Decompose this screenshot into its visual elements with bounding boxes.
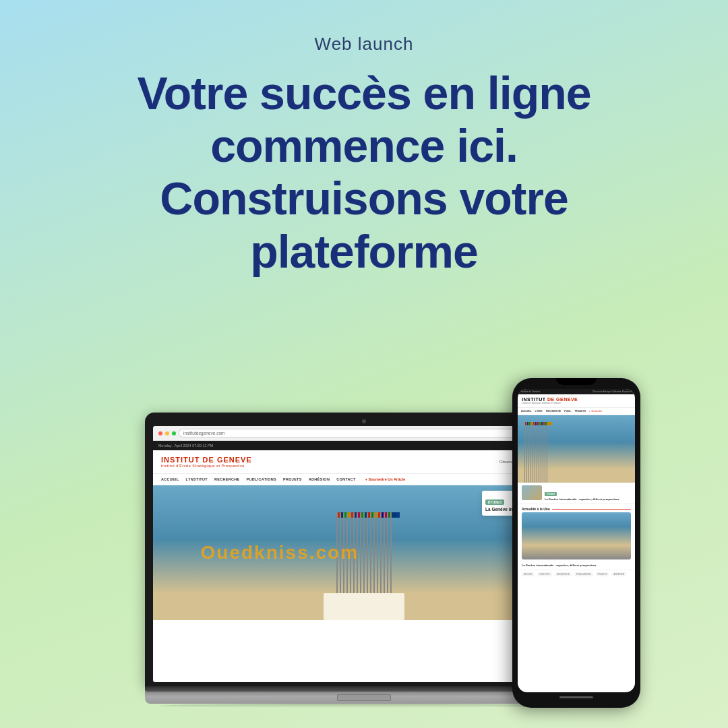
phone-tagline: Observer Anticiper Debattre Proposer — [522, 402, 631, 404]
site-logo-block: INSTITUT DE GENEVE Institut d'Étude Stra… — [161, 456, 252, 468]
devices-wrapper: institutdegeneve.com Monday , April 2024… — [88, 311, 640, 708]
phone-big-img-inner — [522, 512, 631, 559]
laptop-camera — [362, 419, 366, 423]
phone-bottom-tag-5: PROJETS — [596, 572, 609, 576]
headline-line1: Votre succès en ligne commence ici. — [40, 67, 688, 172]
phone-flag-12 — [547, 422, 547, 483]
phone-nav-accueil[interactable]: ACCUEIL — [521, 410, 532, 413]
phone-topbar-tagline: Observer Anticiper Debattre Proposer — [593, 390, 632, 393]
phone-nav-publications[interactable]: PUBL. — [564, 410, 572, 413]
laptop-shadow — [158, 704, 570, 708]
phone-bottom-tag-1: ACCUEIL — [522, 572, 535, 576]
nav-accueil[interactable]: ACCUEIL — [161, 477, 179, 481]
nav-adhesion[interactable]: ADHÉSION — [309, 477, 330, 481]
nav-contact[interactable]: CONTACT — [336, 477, 356, 481]
main-container: Web launch Votre succès en ligne commenc… — [0, 0, 728, 728]
logo-subtitle: Institut d'Étude Stratégique et Prospect… — [161, 464, 252, 468]
site-logo: INSTITUT DE GENEVE Institut d'Étude Stra… — [161, 456, 252, 468]
subtitle: Web launch — [315, 34, 414, 55]
logo-colored: DE GENEVE — [200, 456, 252, 464]
browser-dot-green — [172, 431, 176, 435]
phone-flag-4 — [530, 422, 531, 483]
phone-flag-5 — [533, 422, 533, 483]
logo-text: INSTITUT — [161, 456, 200, 464]
headline-line2: Construisons votre plateforme — [40, 172, 688, 277]
phone-nav-recherche[interactable]: RECHERCHE — [546, 410, 561, 413]
phone-nav: ACCUEIL L'INST. RECHERCHE PUBL. PROJETS … — [518, 408, 635, 415]
headline: Votre succès en ligne commence ici. Cons… — [40, 67, 688, 278]
watermark: Ouedkniss.com — [201, 542, 359, 564]
phone-bottom-tag-4: PUBLICATIONS — [574, 572, 593, 576]
topbar-date: Monday , April 2024 07:20:11 PM — [158, 444, 213, 448]
phone: Institut de Genève Observer Anticiper De… — [512, 378, 640, 708]
phone-article-img — [522, 485, 542, 500]
phone-flag-2 — [526, 422, 527, 483]
browser-dot-red — [158, 431, 162, 435]
phone-notch — [556, 378, 597, 385]
laptop-trackpad — [337, 694, 391, 701]
nav-cta[interactable]: + Soumettre Un Article — [365, 477, 405, 481]
nav-projets[interactable]: PROJETS — [283, 477, 302, 481]
phone-bottom-tag-6: ADHÉSION — [611, 572, 626, 576]
phone-screen: Institut de Genève Observer Anticiper De… — [518, 389, 635, 692]
phone-section-title: Actualité à la Une — [518, 504, 635, 512]
phone-article-item: ÉTUDES La Genève internationale - expert… — [518, 483, 635, 504]
phone-topbar-text: Institut de Genève — [521, 390, 540, 393]
phone-section-label: Actualité à la Une — [522, 507, 550, 511]
phone-flags — [518, 422, 635, 483]
phone-flag-3 — [528, 422, 529, 483]
phone-article-body: ÉTUDES La Genève internationale - expert… — [545, 485, 619, 501]
overlay-badge: ÉTUDES — [485, 499, 504, 505]
nav-publications[interactable]: PUBLICATIONS — [247, 477, 276, 481]
phone-flag-1 — [524, 422, 525, 483]
hero-building — [324, 593, 404, 620]
phone-section-line — [552, 509, 631, 510]
phone-big-image — [522, 512, 631, 559]
phone-nav-cta[interactable]: + Soumettre — [589, 410, 602, 413]
phone-hero — [518, 415, 635, 483]
nav-linstitut[interactable]: L'INSTITUT — [186, 477, 208, 481]
phone-nav-linstitut[interactable]: L'INST. — [535, 410, 543, 413]
phone-big-article-text: La Genève internationale - expertise, dé… — [518, 562, 635, 570]
phone-flag-6 — [535, 422, 535, 483]
phone-logo: INSTITUT DE GENEVE — [522, 397, 631, 402]
phone-flag-11 — [545, 422, 545, 483]
phone-home-indicator — [559, 696, 593, 698]
phone-flag-9 — [541, 422, 541, 483]
phone-nav-projets[interactable]: PROJETS — [575, 410, 586, 413]
phone-flag-8 — [539, 422, 539, 483]
phone-article-badge: ÉTUDES — [545, 492, 557, 496]
phone-flag-10 — [543, 422, 543, 483]
phone-flag-7 — [537, 422, 537, 483]
phone-bottom-tag-2: L'INSTITUT — [537, 572, 552, 576]
phone-topbar: Institut de Genève Observer Anticiper De… — [518, 389, 635, 394]
phone-site-header: INSTITUT DE GENEVE Observer Anticiper De… — [518, 394, 635, 408]
phone-bottom-area: ACCUEIL L'INSTITUT RECHERCHE PUBLICATION… — [518, 570, 635, 578]
phone-bottom-tag-3: RECHERCHE — [555, 572, 572, 576]
phone-article-text: La Genève internationale - expertise, dé… — [545, 497, 619, 501]
browser-dot-yellow — [165, 431, 169, 435]
browser-url[interactable]: institutdegeneve.com — [179, 429, 570, 437]
nav-recherche[interactable]: RECHERCHE — [214, 477, 240, 481]
